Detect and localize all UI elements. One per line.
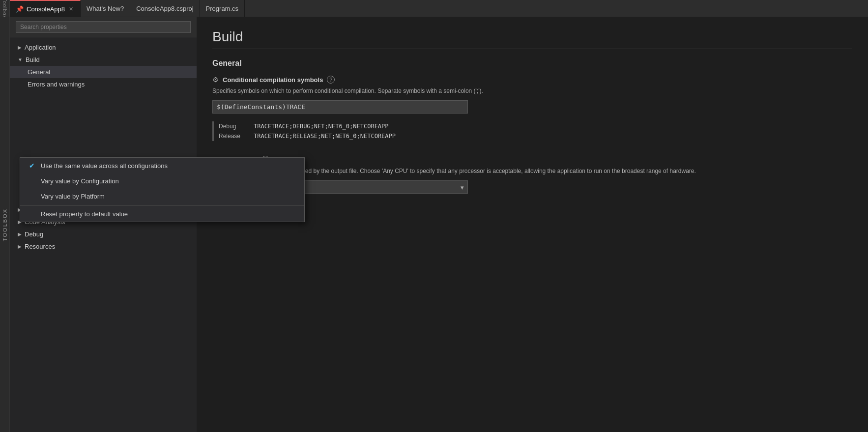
context-menu-reset[interactable]: Reset property to default value	[20, 206, 197, 222]
config-table: Debug TRACETRACE;DEBUG;NET;NET6_0;NETCOR…	[212, 121, 852, 141]
sidebar-item-label: Resources	[25, 243, 55, 250]
sidebar-item-label: Build	[26, 56, 40, 63]
context-menu-vary-platform[interactable]: Vary value by Platform	[20, 189, 197, 204]
right-panel: Build General ⚙ Conditional compilation …	[197, 17, 868, 432]
toolbox-strip: Toolbox	[0, 0, 10, 17]
tab-label: ConsoleApp8.csproj	[136, 5, 193, 12]
sidebar-item-debug[interactable]: ▶ Debug	[10, 228, 197, 240]
property-label: Conditional compilation symbols	[223, 76, 323, 84]
context-menu-item-label: Use the same value across all configurat…	[41, 162, 168, 170]
sidebar-item-label: Debug	[25, 230, 43, 238]
context-menu-item-label: Vary value by Platform	[41, 193, 105, 200]
help-icon[interactable]: ?	[327, 76, 335, 84]
tab-programcs[interactable]: Program.cs	[200, 0, 245, 17]
conditional-symbols-block: ⚙ Conditional compilation symbols ? Spec…	[212, 76, 852, 141]
platform-header: Platform target ?	[212, 156, 852, 164]
tab-close-icon[interactable]: ✕	[68, 5, 74, 13]
config-key: Release	[219, 133, 246, 140]
sidebar-item-errors[interactable]: Errors and warnings	[10, 78, 197, 90]
check-icon: ✔	[28, 162, 36, 170]
context-menu-item-label: Vary value by Configuration	[41, 177, 119, 185]
tab-label: ConsoleApp8	[27, 5, 65, 13]
context-menu-item-label: Reset property to default value	[41, 210, 128, 218]
page-title: Build	[212, 29, 852, 45]
section-title: General	[212, 59, 852, 68]
toolbox-side: Toolbox	[0, 17, 10, 432]
toolbox-label: Toolbox	[2, 208, 8, 241]
platform-target-block: Platform target ? Specifies the processo…	[212, 156, 852, 194]
config-key: Debug	[219, 123, 246, 130]
sidebar-item-resources[interactable]: ▶ Resources	[10, 240, 197, 253]
tab-pin-icon: 📌	[16, 5, 24, 13]
config-row-release: Release TRACETRACE;RELEASE;NET;NET6_0;NE…	[219, 131, 852, 141]
nav-tree: ▶ Application ▼ Build General Errors and…	[10, 37, 197, 432]
conditional-symbols-input[interactable]	[212, 100, 468, 114]
expand-arrow-icon: ▶	[18, 231, 22, 237]
property-header: ⚙ Conditional compilation symbols ?	[212, 76, 852, 84]
property-description: Specifies symbols on which to perform co…	[212, 86, 852, 95]
tab-consoleapp8[interactable]: 📌 ConsoleApp8 ✕	[10, 0, 81, 17]
expand-arrow-icon: ▶	[18, 45, 22, 50]
context-menu-same-value[interactable]: ✔ Use the same value across all configur…	[20, 158, 197, 173]
gear-icon: ⚙	[212, 76, 219, 84]
left-panel: ▶ Application ▼ Build General Errors and…	[10, 17, 197, 432]
context-menu-vary-config[interactable]: Vary value by Configuration	[20, 173, 197, 189]
search-bar	[10, 17, 197, 37]
sidebar-item-application[interactable]: ▶ Application	[10, 41, 197, 54]
context-menu-separator	[20, 205, 197, 205]
page-divider	[212, 49, 852, 49]
tab-bar: Toolbox 📌 ConsoleApp8 ✕ What's New? Cons…	[0, 0, 868, 17]
platform-description: Specifies the processor to be targeted b…	[212, 167, 852, 175]
expand-arrow-icon: ▶	[18, 244, 22, 249]
sidebar-item-label: Errors and warnings	[28, 81, 85, 88]
toolbox-strip-label: Toolbox	[2, 0, 7, 19]
tab-csproj[interactable]: ConsoleApp8.csproj	[130, 0, 200, 17]
sidebar-item-label: General	[28, 68, 50, 76]
tab-label: What's New?	[87, 5, 124, 12]
context-menu: ✔ Use the same value across all configur…	[20, 157, 197, 222]
tab-whatsnew[interactable]: What's New?	[81, 0, 130, 17]
sidebar-item-general[interactable]: General	[10, 66, 197, 78]
main-area: Toolbox ▶ Application ▼ Build General	[0, 17, 868, 432]
sidebar-item-build[interactable]: ▼ Build	[10, 54, 197, 66]
search-input[interactable]	[16, 21, 191, 33]
tab-label: Program.cs	[206, 5, 238, 12]
sidebar-item-label: Application	[25, 44, 56, 51]
config-row-debug: Debug TRACETRACE;DEBUG;NET;NET6_0;NETCOR…	[219, 121, 852, 131]
config-value: TRACETRACE;RELEASE;NET;NET6_0;NETCOREAPP	[254, 133, 396, 140]
expand-arrow-icon: ▼	[18, 57, 23, 62]
config-value: TRACETRACE;DEBUG;NET;NET6_0;NETCOREAPP	[254, 123, 389, 130]
